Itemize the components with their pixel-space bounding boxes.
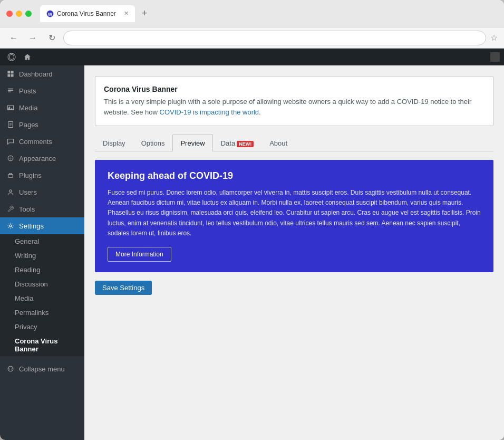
wp-admin-bar	[0, 49, 504, 65]
users-icon	[6, 188, 15, 196]
wp-layout: Dashboard Posts Media	[0, 65, 504, 440]
submenu-item-corona-banner[interactable]: Corona Virus Banner	[0, 334, 84, 356]
sidebar-item-label-media: Media	[19, 104, 37, 112]
tab-favicon: W	[46, 10, 54, 17]
sidebar-item-label-plugins: Plugins	[19, 171, 42, 179]
sidebar-item-plugins[interactable]: Plugins	[0, 167, 84, 184]
dashboard-icon	[6, 70, 15, 78]
media-icon	[6, 103, 15, 112]
svg-text:W: W	[48, 11, 53, 16]
svg-rect-5	[7, 74, 10, 77]
collapse-menu-btn[interactable]: Collapse menu	[0, 360, 84, 377]
svg-rect-3	[7, 71, 10, 73]
tab-about[interactable]: About	[261, 135, 295, 151]
bookmark-icon[interactable]: ☆	[490, 33, 498, 43]
settings-submenu: General Writing Reading Discussion Media…	[0, 234, 84, 356]
plugin-header-box: Corona Virus Banner This is a very simpl…	[95, 76, 493, 126]
more-information-button[interactable]: More Information	[108, 247, 171, 262]
comments-icon	[6, 137, 15, 146]
sidebar-item-label-settings: Settings	[19, 222, 44, 230]
sidebar-item-pages[interactable]: Pages	[0, 116, 84, 133]
tab-bar: W Corona Virus Banner ✕ +	[40, 5, 498, 22]
tab-options[interactable]: Options	[133, 135, 173, 151]
svg-point-13	[9, 225, 12, 227]
submenu-item-privacy[interactable]: Privacy	[0, 320, 84, 334]
sidebar-item-comments[interactable]: Comments	[0, 133, 84, 150]
sidebar-item-posts[interactable]: Posts	[0, 82, 84, 99]
settings-tabs: Display Options Preview DataNew! About	[95, 135, 493, 151]
maximize-traffic-light[interactable]	[25, 11, 32, 17]
tab-display[interactable]: Display	[95, 135, 133, 151]
sidebar-item-appearance[interactable]: Appearance	[0, 150, 84, 167]
collapse-menu-label: Collapse menu	[19, 365, 65, 373]
save-settings-button[interactable]: Save Settings	[95, 281, 152, 295]
submenu-item-permalinks[interactable]: Permalinks	[0, 305, 84, 320]
sidebar-item-label-comments: Comments	[19, 138, 52, 146]
tab-data[interactable]: DataNew!	[213, 135, 261, 151]
reload-button[interactable]: ↻	[44, 31, 59, 45]
plugin-title: Corona Virus Banner	[104, 85, 484, 93]
sidebar-item-label-appearance: Appearance	[19, 155, 56, 162]
admin-bar-avatar	[490, 52, 500, 62]
minimize-traffic-light[interactable]	[16, 11, 22, 17]
posts-icon	[6, 87, 15, 95]
sidebar-item-users[interactable]: Users	[0, 184, 84, 200]
preview-banner: Keeping ahead of COVID-19 Fusce sed mi p…	[95, 160, 493, 272]
plugin-description: This is a very simple plugin with a sole…	[104, 97, 484, 117]
main-content: Corona Virus Banner This is a very simpl…	[84, 65, 504, 440]
plugin-link[interactable]: COVID-19 is impacting the world	[160, 108, 259, 116]
sidebar-item-label-users: Users	[19, 188, 37, 196]
tab-title: Corona Virus Banner	[57, 10, 116, 17]
sidebar-item-settings[interactable]: Settings	[0, 217, 84, 234]
sidebar-item-dashboard[interactable]: Dashboard	[0, 65, 84, 82]
sidebar-item-label-dashboard: Dashboard	[19, 70, 53, 78]
browser-toolbar: ← → ↻ ☆	[0, 27, 504, 49]
collapse-icon	[6, 365, 15, 373]
sidebar-item-label-posts: Posts	[19, 87, 36, 95]
appearance-icon	[6, 154, 15, 162]
wp-sidebar: Dashboard Posts Media	[0, 65, 84, 440]
tab-close-btn[interactable]: ✕	[124, 10, 129, 17]
back-button[interactable]: ←	[6, 31, 21, 45]
close-traffic-light[interactable]	[6, 11, 13, 17]
submenu-item-media-settings[interactable]: Media	[0, 291, 84, 305]
submenu-item-reading[interactable]: Reading	[0, 263, 84, 277]
traffic-lights	[6, 11, 32, 17]
tab-preview[interactable]: Preview	[172, 135, 212, 151]
svg-rect-6	[11, 74, 14, 77]
browser-tab[interactable]: W Corona Virus Banner ✕	[40, 5, 135, 22]
settings-icon	[6, 222, 15, 230]
svg-point-2	[9, 55, 14, 60]
wordpress-page: Dashboard Posts Media	[0, 49, 504, 440]
banner-title: Keeping ahead of COVID-19	[108, 170, 481, 181]
sidebar-item-media[interactable]: Media	[0, 99, 84, 116]
new-badge: New!	[237, 141, 254, 147]
home-icon	[24, 53, 31, 61]
submenu-item-writing[interactable]: Writing	[0, 248, 84, 263]
wp-home-button[interactable]	[20, 50, 35, 64]
svg-rect-4	[11, 71, 14, 73]
svg-point-12	[9, 190, 12, 192]
sidebar-item-label-tools: Tools	[19, 205, 35, 213]
pages-icon	[6, 120, 15, 129]
banner-body: Fusce sed mi purus. Donec lorem odio, ul…	[108, 188, 481, 238]
wp-logo-icon	[7, 52, 16, 62]
svg-point-8	[9, 107, 11, 108]
submenu-item-discussion[interactable]: Discussion	[0, 277, 84, 291]
address-bar[interactable]	[63, 31, 486, 45]
wp-logo-button[interactable]	[4, 50, 19, 64]
submenu-item-general[interactable]: General	[0, 234, 84, 248]
svg-rect-11	[8, 175, 13, 178]
tools-icon	[6, 205, 15, 213]
sidebar-item-tools[interactable]: Tools	[0, 200, 84, 217]
forward-button[interactable]: →	[25, 31, 40, 45]
browser-titlebar: W Corona Virus Banner ✕ +	[0, 0, 504, 27]
new-tab-btn[interactable]: +	[137, 6, 152, 21]
plugins-icon	[6, 171, 15, 179]
sidebar-item-label-pages: Pages	[19, 121, 38, 129]
